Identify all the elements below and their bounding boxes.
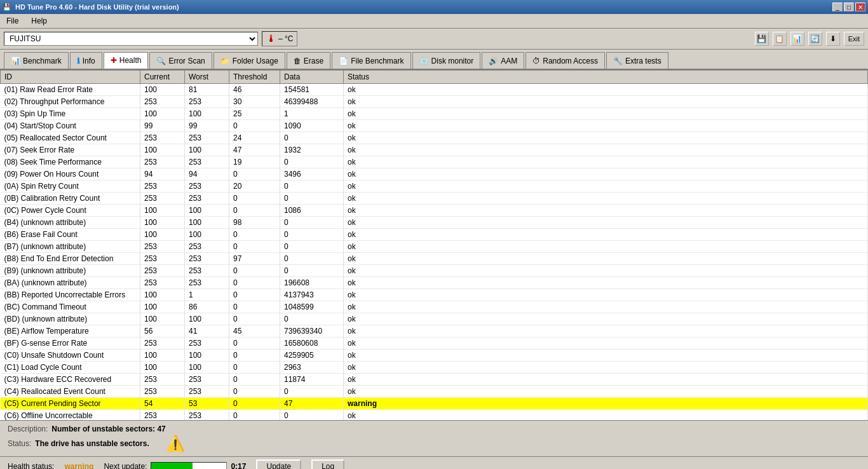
toolbar-icon-3[interactable]: 📊 [790,32,804,46]
cell-threshold: 0 [229,277,280,289]
table-row[interactable]: (BE) Airflow Temperature564145739639340o… [1,325,868,337]
table-row[interactable]: (02) Throughput Performance2532533046399… [1,96,868,108]
col-header-id: ID [1,71,140,84]
cell-id: (B8) End To End Error Detection [1,253,140,265]
table-row[interactable]: (BA) (unknown attribute)2532530196608ok [1,277,868,289]
toolbar-icon-4[interactable]: 🔄 [808,32,822,46]
cell-id: (BF) G-sense Error Rate [1,337,140,350]
tab-extra-tests[interactable]: 🔧 Extra tests [606,52,668,69]
cell-id: (0B) Calibration Retry Count [1,193,140,205]
table-row[interactable]: (BC) Command Timeout1008601048599ok [1,301,868,313]
warning-triangle-icon: ⚠️ [166,435,185,452]
table-row[interactable]: (04) Start/Stop Count999901090ok [1,120,868,132]
minimize-button[interactable]: _ [832,3,843,11]
tab-info[interactable]: ℹ Info [70,52,102,69]
exit-button[interactable]: Exit [844,32,864,46]
table-row[interactable]: (C6) Offline Uncorrectable25325300ok [1,410,868,421]
cell-status: ok [344,289,868,301]
table-row[interactable]: (B9) (unknown attribute)25325300ok [1,265,868,277]
table-row[interactable]: (C3) Hardware ECC Recovered253253011874o… [1,374,868,386]
cell-threshold: 45 [229,325,280,337]
table-row[interactable]: (03) Spin Up Time100100251ok [1,108,868,120]
health-table-container[interactable]: ID Current Worst Threshold Data Status (… [0,70,868,420]
cell-current: 253 [140,180,185,193]
log-button[interactable]: Log [311,459,344,469]
cell-current: 100 [140,108,185,120]
cell-status: ok [344,265,868,277]
cell-worst: 253 [185,241,229,253]
table-row[interactable]: (BF) G-sense Error Rate253253016580608ok [1,337,868,350]
table-row[interactable]: (BB) Reported Uncorrectable Errors100104… [1,289,868,301]
toolbar-icon-5[interactable]: ⬇ [826,32,840,46]
table-row[interactable]: (0B) Calibration Retry Count25325300ok [1,193,868,205]
cell-id: (B4) (unknown attribute) [1,217,140,229]
description-bar: Description: Number of unstable sectors:… [0,420,868,456]
health-status-value: warning [64,462,93,469]
table-row[interactable]: (BD) (unknown attribute)10010000ok [1,313,868,325]
cell-id: (B7) (unknown attribute) [1,241,140,253]
next-update-area: Next update: 0:17 [104,462,246,469]
update-button[interactable]: Update [256,459,301,469]
erase-icon: 🗑 [294,57,301,65]
maximize-button[interactable]: □ [844,3,854,11]
tab-random-access[interactable]: ⏱ Random Access [526,52,605,69]
cell-current: 253 [140,337,185,350]
cell-current: 253 [140,132,185,144]
cell-worst: 100 [185,313,229,325]
cell-data: 4259905 [280,350,344,362]
random-access-icon: ⏱ [532,57,540,65]
table-row[interactable]: (07) Seek Error Rate100100471932ok [1,144,868,156]
cell-worst: 100 [185,229,229,241]
tab-benchmark[interactable]: 📊 Benchmark [4,52,69,69]
app-title: HD Tune Pro 4.60 - Hard Disk Utility (tr… [15,3,179,11]
cell-status: warning [344,398,868,410]
info-icon: ℹ [77,57,80,65]
cell-worst: 253 [185,374,229,386]
cell-data: 11874 [280,374,344,386]
menu-file[interactable]: File [3,15,22,27]
table-row[interactable]: (B8) End To End Error Detection253253970… [1,253,868,265]
toolbar-icon-1[interactable]: 💾 [755,32,769,46]
description-label: Description: [8,425,48,433]
cell-data: 1 [280,108,344,120]
tab-folder-usage[interactable]: 📁 Folder Usage [214,52,285,69]
cell-threshold: 30 [229,96,280,108]
close-button[interactable]: ✕ [855,3,865,11]
table-row[interactable]: (B6) Erase Fail Count10010000ok [1,229,868,241]
cell-id: (C6) Offline Uncorrectable [1,410,140,421]
table-row[interactable]: (C0) Unsafe Shutdown Count10010004259905… [1,350,868,362]
table-row[interactable]: (05) Reallocated Sector Count253253240ok [1,132,868,144]
drive-selector[interactable]: FUJITSU [4,32,258,46]
cell-id: (07) Seek Error Rate [1,144,140,156]
table-row[interactable]: (08) Seek Time Performance253253190ok [1,156,868,168]
table-row[interactable]: (C5) Current Pending Sector5453047warnin… [1,398,868,410]
menu-help[interactable]: Help [27,15,51,27]
tab-erase[interactable]: 🗑 Erase [287,52,330,69]
tab-file-benchmark[interactable]: 📄 File Benchmark [332,52,410,69]
cell-id: (BA) (unknown attribute) [1,277,140,289]
file-benchmark-icon: 📄 [339,57,348,65]
table-row[interactable]: (B4) (unknown attribute)100100980ok [1,217,868,229]
toolbar-icon-2[interactable]: 📋 [773,32,787,46]
table-row[interactable]: (C1) Load Cycle Count10010002963ok [1,362,868,374]
cell-status: ok [344,205,868,217]
cell-threshold: 0 [229,289,280,301]
table-row[interactable]: (B7) (unknown attribute)25325300ok [1,241,868,253]
cell-worst: 94 [185,168,229,180]
table-row[interactable]: (0A) Spin Retry Count253253200ok [1,180,868,193]
tab-aam[interactable]: 🔊 AAM [482,52,524,69]
table-row[interactable]: (09) Power On Hours Count949403496ok [1,168,868,180]
tab-health[interactable]: ✚ Health [104,52,149,69]
cell-status: ok [344,108,868,120]
col-header-threshold: Threshold [229,71,280,84]
table-row[interactable]: (01) Raw Read Error Rate1008146154581ok [1,84,868,96]
cell-data: 1090 [280,120,344,132]
tab-error-scan[interactable]: 🔍 Error Scan [149,52,212,69]
cell-id: (09) Power On Hours Count [1,168,140,180]
cell-data: 0 [280,313,344,325]
tab-disk-monitor[interactable]: 💿 Disk monitor [412,52,481,69]
cell-status: ok [344,325,868,337]
table-row[interactable]: (C4) Reallocated Event Count25325300ok [1,386,868,398]
cell-worst: 1 [185,289,229,301]
table-row[interactable]: (0C) Power Cycle Count10010001086ok [1,205,868,217]
